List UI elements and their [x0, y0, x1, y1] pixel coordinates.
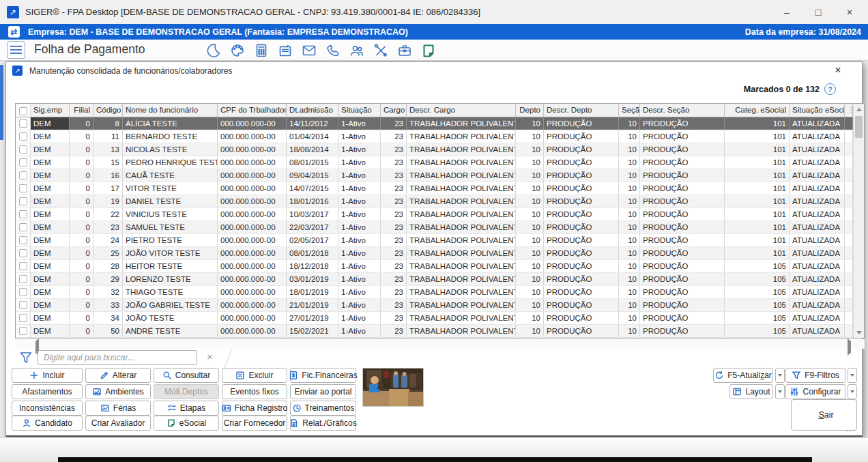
cell-secao[interactable]: 10: [619, 221, 640, 233]
action-button-fic-financeiras[interactable]: Fic.Financeiras: [290, 368, 356, 383]
briefcase-icon[interactable]: [396, 42, 414, 59]
cell-categ_esocial[interactable]: 101: [725, 169, 790, 182]
cell-descr_cargo[interactable]: TRABALHADOR POLIVALENTE: [407, 299, 516, 311]
cell-depto[interactable]: 10: [516, 169, 544, 182]
cell-sig_emp[interactable]: DEM: [31, 247, 70, 259]
cell-descr_secao[interactable]: PRODUÇÃO: [640, 234, 725, 246]
action-button-excluir[interactable]: Excluir: [222, 368, 287, 383]
row-checkbox[interactable]: [16, 299, 31, 311]
cell-secao[interactable]: 10: [619, 208, 640, 220]
cell-depto[interactable]: 10: [516, 299, 544, 311]
checkbox[interactable]: [19, 301, 27, 309]
cell-filial[interactable]: 0: [70, 208, 93, 220]
table-row[interactable]: DEM024PIETRO TESTE000.000.000-0002/05/20…: [16, 234, 853, 247]
horizontal-scrollbar[interactable]: [15, 339, 865, 349]
select-all-checkbox[interactable]: [16, 104, 31, 117]
cell-filial[interactable]: 0: [70, 325, 93, 337]
cell-categ_esocial[interactable]: 101: [725, 182, 790, 194]
cell-categ_esocial[interactable]: 105: [725, 312, 790, 324]
exit-green-icon[interactable]: [420, 42, 437, 59]
cell-nome[interactable]: CAUÃ TESTE: [123, 169, 218, 182]
cell-codigo[interactable]: 32: [93, 286, 123, 298]
cell-situacao[interactable]: 1-Ativo: [338, 234, 381, 246]
cell-cargo[interactable]: 23: [381, 182, 407, 194]
row-checkbox[interactable]: [16, 260, 31, 272]
cell-codigo[interactable]: 25: [93, 247, 123, 259]
cell-descr_depto[interactable]: PRODUÇÃO: [544, 286, 619, 298]
row-checkbox[interactable]: [16, 312, 31, 324]
cell-secao[interactable]: 10: [619, 273, 640, 285]
action-button-ambientes[interactable]: Ambientes: [85, 384, 151, 399]
column-header-situacao[interactable]: Situação: [338, 104, 381, 117]
table-row[interactable]: DEM025JOÃO VITOR TESTE000.000.000-0008/0…: [16, 247, 853, 260]
cell-depto[interactable]: 10: [516, 182, 544, 194]
cell-descr_secao[interactable]: PRODUÇÃO: [640, 208, 725, 220]
cell-descr_depto[interactable]: PRODUÇÃO: [544, 143, 619, 156]
checkbox[interactable]: [19, 210, 27, 218]
cell-sit_esocial[interactable]: ATUALIZADA: [790, 208, 845, 220]
checkbox[interactable]: [19, 288, 27, 296]
search-input[interactable]: [38, 350, 197, 365]
table-row[interactable]: DEM019DANIEL TESTE000.000.000-0018/01/20…: [16, 195, 853, 208]
checkbox[interactable]: [19, 119, 27, 128]
cell-situacao[interactable]: 1-Ativo: [338, 169, 381, 182]
calculator-icon[interactable]: [252, 42, 270, 59]
cell-cpf[interactable]: 000.000.000-00: [218, 117, 287, 130]
cell-depto[interactable]: 10: [516, 195, 544, 207]
cell-nome[interactable]: DANIEL TESTE: [123, 195, 218, 207]
cell-cpf[interactable]: 000.000.000-00: [218, 195, 287, 207]
cell-sig_emp[interactable]: DEM: [31, 325, 70, 337]
cell-sit_esocial[interactable]: ATUALIZADA: [790, 325, 845, 337]
column-header-depto[interactable]: Depto: [516, 104, 544, 117]
column-header-cargo[interactable]: Cargo: [381, 104, 407, 117]
cell-dt_admissao[interactable]: 08/01/2015: [287, 156, 338, 169]
cell-sig_emp[interactable]: DEM: [31, 299, 70, 311]
column-header-codigo[interactable]: Código: [93, 104, 123, 117]
cell-situacao[interactable]: 1-Ativo: [338, 273, 381, 285]
cell-nome[interactable]: JOÃO GABRIEL TESTE: [123, 299, 218, 311]
cell-situacao[interactable]: 1-Ativo: [338, 299, 381, 311]
cell-descr_secao[interactable]: PRODUÇÃO: [640, 325, 725, 337]
row-checkbox[interactable]: [16, 182, 31, 194]
cell-situacao[interactable]: 1-Ativo: [338, 156, 381, 169]
side-button-configurar[interactable]: Configurar: [785, 384, 845, 399]
row-checkbox[interactable]: [16, 117, 31, 130]
side-button-layout[interactable]: Layout: [729, 384, 773, 399]
cell-cargo[interactable]: 23: [381, 130, 407, 143]
cell-sit_esocial[interactable]: ATUALIZADA: [790, 169, 845, 182]
column-options-icon[interactable]: ⋮: [845, 104, 853, 117]
cell-descr_cargo[interactable]: TRABALHADOR POLIVALENTE: [407, 247, 516, 259]
column-header-dt_admissao[interactable]: Dt.admissão: [287, 104, 338, 117]
table-row[interactable]: DEM011BERNARDO TESTE000.000.000-0001/04/…: [16, 130, 853, 143]
cell-filial[interactable]: 0: [70, 312, 93, 324]
cell-depto[interactable]: 10: [516, 247, 544, 259]
dialog-close-icon[interactable]: ×: [831, 64, 845, 76]
cell-descr_secao[interactable]: PRODUÇÃO: [640, 169, 725, 182]
cell-cargo[interactable]: 23: [381, 208, 407, 220]
column-header-categ_esocial[interactable]: Categ. eSocial: [725, 104, 790, 117]
cell-depto[interactable]: 10: [516, 260, 544, 272]
cell-depto[interactable]: 10: [516, 130, 544, 143]
cell-sig_emp[interactable]: DEM: [31, 221, 70, 233]
column-header-sig_emp[interactable]: Sig.emp: [31, 104, 70, 117]
cell-cargo[interactable]: 23: [381, 156, 407, 169]
cell-sit_esocial[interactable]: ATUALIZADA: [790, 260, 845, 272]
cell-nome[interactable]: ALÍCIA TESTE: [123, 117, 218, 130]
row-checkbox[interactable]: [16, 286, 31, 298]
cell-categ_esocial[interactable]: 101: [725, 234, 790, 246]
cell-secao[interactable]: 10: [619, 195, 640, 207]
column-header-descr_depto[interactable]: Descr. Depto: [544, 104, 619, 117]
cell-categ_esocial[interactable]: 101: [725, 117, 790, 130]
cell-filial[interactable]: 0: [70, 260, 93, 272]
cell-cargo[interactable]: 23: [381, 325, 407, 337]
cell-sig_emp[interactable]: DEM: [31, 234, 70, 246]
cell-sig_emp[interactable]: DEM: [31, 260, 70, 272]
cell-filial[interactable]: 0: [70, 182, 93, 194]
cell-filial[interactable]: 0: [70, 143, 93, 156]
checkbox[interactable]: [19, 314, 27, 322]
cell-descr_cargo[interactable]: TRABALHADOR POLIVALENTE: [407, 130, 516, 143]
row-checkbox[interactable]: [16, 156, 31, 169]
cell-secao[interactable]: 10: [619, 182, 640, 194]
cell-nome[interactable]: BERNARDO TESTE: [123, 130, 218, 143]
cell-sig_emp[interactable]: DEM: [31, 156, 70, 169]
